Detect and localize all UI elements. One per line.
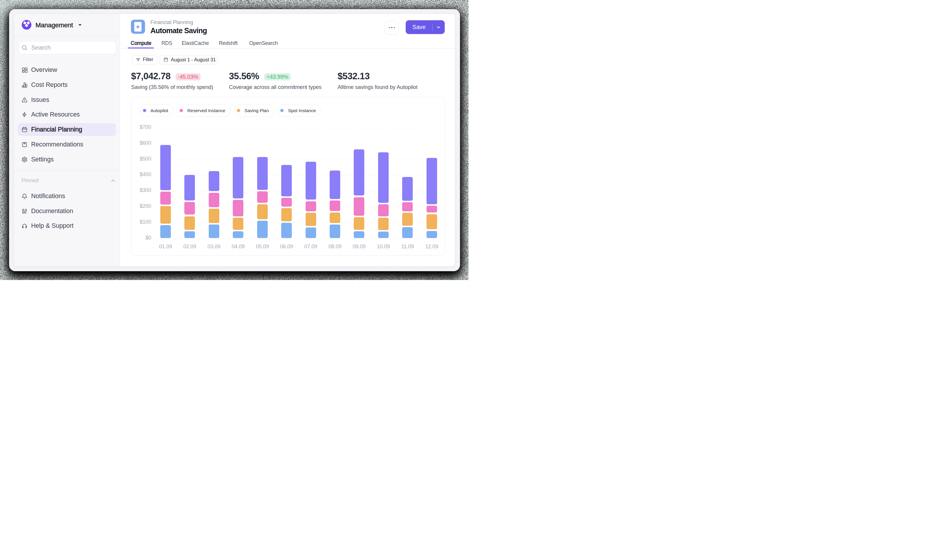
x-axis-label: 07.09 [301, 244, 321, 250]
sidebar-item-label: Overview [31, 66, 57, 74]
gridline-500 [156, 160, 438, 160]
bar-segment-07.09-spot-instance[interactable] [306, 228, 316, 238]
sidebar-item-financial-planning[interactable]: Financial Planning [18, 123, 116, 136]
stacked-bar-chart: $0$100$200$300$400$500$600$70001.0902.09… [131, 97, 445, 255]
sidebar: Management OverviewCost ReportsIssuesAct… [14, 14, 120, 266]
gridline-100 [156, 223, 438, 223]
bar-segment-04.09-autopilot[interactable] [233, 157, 243, 198]
stat-saving: $7,042.78-45.03% Saving (35.56% of month… [131, 71, 214, 91]
bar-segment-09.09-autopilot[interactable] [354, 149, 364, 195]
bar-segment-02.09-saving-plan[interactable] [185, 216, 195, 230]
tab-rds[interactable]: RDS [162, 40, 171, 46]
save-button[interactable]: Save [406, 20, 445, 34]
bar-segment-03.09-autopilot[interactable] [209, 171, 219, 191]
bar-segment-02.09-reserved-instance[interactable] [185, 202, 195, 215]
bar-segment-02.09-spot-instance[interactable] [185, 231, 195, 238]
gridline-600 [156, 144, 438, 144]
bar-segment-04.09-reserved-instance[interactable] [233, 200, 243, 216]
stat-delta-badge: -45.03% [175, 73, 200, 81]
bar-segment-06.09-reserved-instance[interactable] [281, 198, 292, 207]
bar-segment-07.09-reserved-instance[interactable] [306, 202, 316, 212]
bar-segment-06.09-saving-plan[interactable] [281, 208, 292, 221]
bar-segment-10.09-spot-instance[interactable] [378, 232, 389, 238]
bar-segment-03.09-saving-plan[interactable] [209, 209, 219, 223]
sidebar-item-overview[interactable]: Overview [18, 64, 116, 76]
bar-segment-08.09-saving-plan[interactable] [330, 212, 340, 223]
pinned-header[interactable]: Pinned [14, 177, 120, 185]
tab-opensearch[interactable]: OpenSearch [249, 40, 275, 46]
bar-segment-02.09-autopilot[interactable] [185, 175, 195, 200]
bar-segment-01.09-reserved-instance[interactable] [160, 192, 171, 205]
bar-segment-04.09-spot-instance[interactable] [233, 231, 243, 238]
sidebar-item-active-resources[interactable]: Active Resources [18, 108, 116, 121]
bar-segment-09.09-saving-plan[interactable] [354, 217, 364, 230]
app-window: Management OverviewCost ReportsIssuesAct… [9, 9, 460, 271]
y-axis-label: $200 [134, 203, 151, 209]
bar-segment-08.09-reserved-instance[interactable] [330, 200, 340, 211]
search-input[interactable] [31, 44, 116, 51]
bar-segment-08.09-spot-instance[interactable] [330, 225, 340, 238]
search-box[interactable] [18, 41, 116, 55]
bar-segment-01.09-saving-plan[interactable] [160, 206, 171, 224]
sidebar-item-documentation[interactable]: Documentation [18, 205, 116, 217]
bar-segment-11.09-saving-plan[interactable] [402, 213, 413, 225]
chevron-up-icon[interactable] [111, 178, 115, 183]
bar-segment-12.09-reserved-instance[interactable] [426, 206, 437, 212]
overview-grid-icon [22, 67, 28, 73]
filter-button[interactable]: Filter [132, 55, 157, 64]
bar-segment-11.09-autopilot[interactable] [402, 177, 413, 200]
stat-alltime-savings: $532.13 Alltime savings found by Autopil… [338, 71, 417, 91]
bar-segment-11.09-reserved-instance[interactable] [402, 202, 413, 211]
more-options-button[interactable] [385, 20, 398, 34]
sidebar-divider [14, 37, 120, 37]
bar-segment-09.09-spot-instance[interactable] [354, 231, 364, 238]
date-range-button[interactable]: August 1 - August 31 [160, 55, 218, 64]
filter-button-label: Filter [143, 57, 154, 62]
bar-segment-01.09-spot-instance[interactable] [160, 225, 171, 238]
sidebar-item-notifications[interactable]: Notifications [18, 190, 116, 203]
bar-segment-07.09-saving-plan[interactable] [306, 213, 316, 226]
headphones-icon [22, 223, 28, 229]
bar-segment-05.09-spot-instance[interactable] [257, 221, 268, 238]
stat-caption: Saving (35.56% of monthly spend) [131, 84, 214, 91]
bookmark-icon [22, 142, 28, 148]
bar-segment-10.09-autopilot[interactable] [378, 152, 389, 203]
bar-segment-03.09-reserved-instance[interactable] [209, 193, 219, 207]
sidebar-item-help-support[interactable]: Help & Support [18, 220, 116, 232]
ellipsis-icon [389, 27, 395, 28]
bar-segment-11.09-spot-instance[interactable] [402, 227, 413, 238]
bar-segment-10.09-saving-plan[interactable] [378, 218, 389, 230]
sidebar-item-cost-reports[interactable]: Cost Reports [18, 78, 116, 91]
tab-compute[interactable]: Compute [131, 40, 151, 46]
sidebar-item-settings[interactable]: Settings [18, 153, 116, 166]
bar-segment-03.09-spot-instance[interactable] [209, 225, 219, 238]
bar-segment-04.09-saving-plan[interactable] [233, 218, 243, 230]
bar-segment-12.09-spot-instance[interactable] [426, 231, 437, 238]
bar-segment-06.09-spot-instance[interactable] [281, 223, 292, 238]
bar-segment-07.09-autopilot[interactable] [306, 162, 316, 200]
sidebar-item-recommendations[interactable]: Recommendations [18, 138, 116, 151]
sidebar-item-label: Settings [31, 156, 54, 163]
tab-elasticache[interactable]: ElastiCache [182, 40, 208, 46]
save-dropdown-toggle[interactable] [433, 25, 445, 30]
bar-segment-12.09-autopilot[interactable] [426, 158, 437, 204]
bar-segment-06.09-autopilot[interactable] [281, 165, 292, 196]
bar-segment-09.09-reserved-instance[interactable] [354, 197, 364, 216]
sidebar-item-issues[interactable]: Issues [18, 94, 116, 106]
tab-redshift[interactable]: Redshift [219, 40, 237, 46]
bar-segment-10.09-reserved-instance[interactable] [378, 204, 389, 216]
sidebar-item-label: Recommendations [31, 141, 83, 148]
tab-bar: ComputeRDSElastiCacheRedshiftOpenSearch [120, 38, 455, 48]
x-axis-label: 05.09 [252, 244, 273, 250]
bar-segment-05.09-reserved-instance[interactable] [257, 191, 268, 203]
bar-segment-05.09-saving-plan[interactable] [257, 204, 268, 219]
bar-segment-01.09-autopilot[interactable] [160, 145, 171, 190]
sidebar-item-label: Issues [31, 96, 49, 104]
workspace-switcher[interactable]: Management [14, 14, 120, 37]
stat-value: $7,042.78 [131, 71, 171, 82]
warning-triangle-icon [22, 97, 28, 103]
bar-segment-05.09-autopilot[interactable] [257, 157, 268, 190]
bar-segment-08.09-autopilot[interactable] [330, 171, 340, 199]
bar-segment-12.09-saving-plan[interactable] [426, 214, 437, 229]
sidebar-item-label: Active Resources [31, 111, 80, 118]
